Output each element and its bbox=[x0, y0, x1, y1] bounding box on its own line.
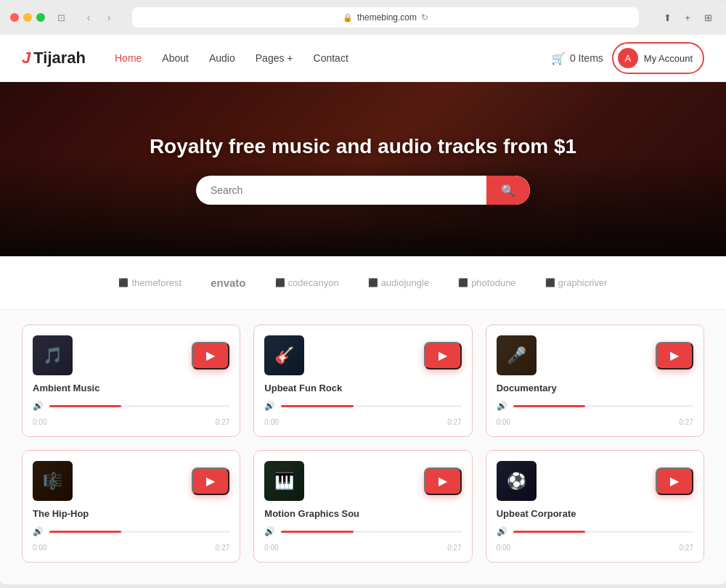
play-icon: ▶ bbox=[439, 474, 447, 488]
browser-chrome: ⊡ ‹ › 🔒 themebing.com ↻ ⬆ + ⊞ bbox=[0, 0, 726, 35]
nav-contact[interactable]: Contact bbox=[314, 52, 348, 64]
cart-label: 0 Items bbox=[570, 52, 603, 64]
play-button[interactable]: ▶ bbox=[656, 467, 693, 495]
partner-audiojungle: ⬛ audiojungle bbox=[368, 277, 430, 288]
progress-bar[interactable] bbox=[281, 405, 461, 407]
card-top: ⚽ ▶ bbox=[497, 461, 693, 501]
thumb-image: 🎸 bbox=[264, 335, 304, 375]
close-button[interactable] bbox=[10, 13, 19, 22]
browser-actions: ⬆ + ⊞ bbox=[659, 9, 716, 25]
play-icon: ▶ bbox=[439, 348, 447, 362]
progress-fill bbox=[49, 405, 121, 407]
volume-icon[interactable]: 🔊 bbox=[497, 401, 507, 411]
progress-fill bbox=[281, 531, 353, 533]
play-button[interactable]: ▶ bbox=[424, 342, 462, 369]
progress-bar[interactable] bbox=[281, 531, 461, 533]
card-controls: 🔊 bbox=[497, 526, 693, 536]
cart-button[interactable]: 🛒 0 Items bbox=[551, 52, 603, 65]
music-card-upbeat-corporate: ⚽ ▶ Upbeat Corporate 🔊 0:00 0:27 bbox=[486, 450, 704, 563]
music-grid: 🎵 ▶ Ambient Music 🔊 0:00 0:27 🎸 ▶ Upb bbox=[22, 324, 704, 563]
card-controls: 🔊 bbox=[33, 526, 229, 536]
partner-envato: envato bbox=[211, 277, 245, 289]
volume-icon[interactable]: 🔊 bbox=[33, 401, 44, 411]
time-current: 0:00 bbox=[33, 544, 46, 552]
minimize-button[interactable] bbox=[23, 13, 32, 22]
card-controls: 🔊 bbox=[264, 526, 461, 536]
account-button[interactable]: A My Account bbox=[612, 42, 704, 74]
maximize-button[interactable] bbox=[36, 13, 45, 22]
play-button[interactable]: ▶ bbox=[656, 342, 693, 369]
progress-fill bbox=[49, 531, 121, 533]
card-top: 🎵 ▶ bbox=[33, 335, 229, 375]
play-button[interactable]: ▶ bbox=[424, 467, 462, 495]
card-controls: 🔊 bbox=[497, 401, 693, 411]
address-bar[interactable]: 🔒 themebing.com ↻ bbox=[132, 7, 639, 28]
card-thumbnail: ⚽ bbox=[497, 461, 537, 501]
play-button[interactable]: ▶ bbox=[192, 467, 229, 495]
card-thumbnail: 🎵 bbox=[33, 335, 73, 375]
card-title: Upbeat Corporate bbox=[497, 508, 693, 519]
progress-bar[interactable] bbox=[49, 531, 229, 533]
music-section: 🎵 ▶ Ambient Music 🔊 0:00 0:27 🎸 ▶ Upb bbox=[0, 310, 726, 584]
card-controls: 🔊 bbox=[264, 401, 461, 411]
time-total: 0:27 bbox=[216, 418, 229, 426]
search-input[interactable] bbox=[196, 176, 486, 205]
play-icon: ▶ bbox=[206, 474, 215, 488]
music-card-ambient-music: 🎵 ▶ Ambient Music 🔊 0:00 0:27 bbox=[22, 324, 240, 437]
card-times: 0:00 0:27 bbox=[33, 418, 229, 426]
time-current: 0:00 bbox=[497, 418, 510, 426]
nav-pages[interactable]: Pages + bbox=[256, 52, 293, 64]
play-icon: ▶ bbox=[670, 348, 679, 362]
hero-title: Royalty free music and audio tracks from… bbox=[150, 134, 576, 160]
cart-icon: 🛒 bbox=[551, 52, 566, 65]
card-title: Motion Graphics Sou bbox=[264, 508, 461, 519]
card-title: Documentary bbox=[497, 383, 693, 393]
browser-navigation: ‹ › bbox=[80, 9, 118, 26]
traffic-lights bbox=[10, 13, 45, 22]
nav-about[interactable]: About bbox=[162, 52, 189, 64]
card-times: 0:00 0:27 bbox=[33, 544, 229, 552]
progress-bar[interactable] bbox=[49, 405, 229, 407]
card-top: 🎤 ▶ bbox=[497, 335, 693, 375]
play-button[interactable]: ▶ bbox=[192, 342, 229, 369]
music-card-the-hip-hop: 🎼 ▶ The Hip-Hop 🔊 0:00 0:27 bbox=[22, 450, 240, 563]
nav-home[interactable]: Home bbox=[115, 52, 142, 64]
time-current: 0:00 bbox=[264, 418, 278, 426]
progress-bar[interactable] bbox=[513, 405, 693, 407]
volume-icon[interactable]: 🔊 bbox=[264, 401, 275, 411]
volume-icon[interactable]: 🔊 bbox=[33, 526, 44, 536]
card-times: 0:00 0:27 bbox=[264, 418, 461, 426]
time-total: 0:27 bbox=[447, 544, 461, 552]
partner-photodune: ⬛ photodune bbox=[458, 277, 515, 288]
volume-icon[interactable]: 🔊 bbox=[497, 526, 507, 536]
search-button[interactable]: 🔍 bbox=[486, 176, 530, 205]
volume-icon[interactable]: 🔊 bbox=[264, 526, 275, 536]
music-card-documentary: 🎤 ▶ Documentary 🔊 0:00 0:27 bbox=[486, 324, 704, 437]
time-total: 0:27 bbox=[447, 418, 461, 426]
forward-button[interactable]: › bbox=[100, 9, 118, 26]
nav-audio[interactable]: Audio bbox=[209, 52, 235, 64]
progress-fill bbox=[513, 531, 585, 533]
reload-icon[interactable]: ↻ bbox=[421, 12, 428, 23]
play-icon: ▶ bbox=[670, 474, 679, 488]
progress-bar[interactable] bbox=[513, 531, 693, 533]
lock-icon: 🔒 bbox=[343, 13, 353, 23]
logo-icon: J bbox=[22, 49, 30, 68]
card-times: 0:00 0:27 bbox=[264, 544, 461, 552]
progress-fill bbox=[513, 405, 585, 407]
logo[interactable]: J Tijarah bbox=[22, 49, 86, 68]
card-title: Upbeat Fun Rock bbox=[264, 383, 461, 393]
partner-themeforest: ⬛ themeforest bbox=[118, 277, 182, 288]
logo-text: Tijarah bbox=[33, 49, 86, 68]
url-text: themebing.com bbox=[357, 12, 417, 23]
card-thumbnail: 🎤 bbox=[497, 335, 537, 375]
search-icon: 🔍 bbox=[501, 184, 515, 197]
avatar: A bbox=[618, 48, 638, 68]
card-top: 🎼 ▶ bbox=[33, 461, 229, 501]
add-tab-icon[interactable]: + bbox=[680, 9, 696, 25]
grid-icon[interactable]: ⊞ bbox=[700, 9, 716, 25]
card-thumbnail: 🎼 bbox=[33, 461, 73, 501]
back-button[interactable]: ‹ bbox=[80, 9, 97, 26]
window-icon[interactable]: ⊡ bbox=[51, 10, 71, 25]
share-icon[interactable]: ⬆ bbox=[659, 9, 675, 25]
